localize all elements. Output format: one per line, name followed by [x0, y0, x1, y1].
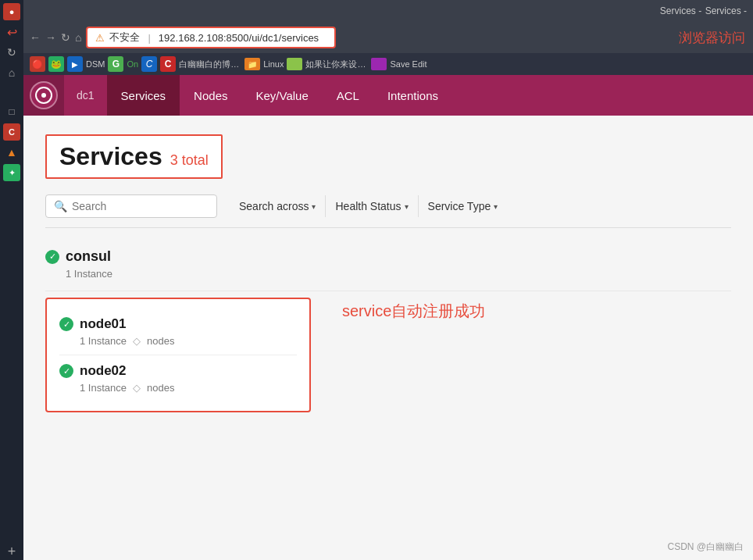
node-group-box: ✓ node01 1 Instance ◇ nodes ✓	[45, 298, 311, 412]
service-item-node02: ✓ node02 1 Instance ◇ nodes	[59, 355, 297, 401]
bookmark-network[interactable]	[287, 58, 302, 70]
url-text: 192.168.2.108:8500/ui/dc1/services	[159, 32, 319, 44]
forward-button[interactable]: →	[45, 31, 56, 44]
filter-search-across-label: Search across	[239, 200, 309, 212]
service-item-consul: ✓ consul 1 Instance	[45, 237, 731, 291]
bookmark-linux[interactable]: Linux	[263, 59, 284, 69]
back-button[interactable]: ←	[30, 31, 41, 44]
consul-logo-inner	[30, 81, 58, 109]
node02-tag-label: nodes	[147, 382, 174, 394]
bookmark-save[interactable]	[371, 58, 387, 70]
window-title-bar: Services - Services -	[23, 0, 753, 22]
bookmark-on[interactable]: On	[127, 59, 138, 69]
node01-tag-label: nodes	[147, 335, 174, 347]
chevron-down-icon-2: ▾	[405, 202, 409, 211]
sidebar-icon-4: ⌂	[3, 64, 20, 81]
sidebar-icon-5: □	[3, 103, 20, 120]
sidebar-icon-2: ↩	[3, 23, 20, 41]
nav-keyvalue[interactable]: Key/Value	[241, 75, 322, 116]
bookmark-save-text[interactable]: Save Edit	[390, 59, 426, 69]
bookmark-icon-6[interactable]: C	[160, 56, 176, 72]
node02-health-icon: ✓	[59, 364, 73, 378]
node01-service-name[interactable]: node01	[80, 316, 127, 332]
node01-name-row: ✓ node01	[59, 316, 297, 332]
search-box[interactable]: 🔍	[45, 194, 217, 218]
search-icon: 🔍	[54, 200, 67, 212]
address-bar[interactable]: ⚠ 不安全 | 192.168.2.108:8500/ui/dc1/servic…	[86, 27, 336, 48]
node01-health-icon: ✓	[59, 317, 73, 331]
browser-chrome: ← → ↻ ⌂ ⚠ 不安全 | 192.168.2.108:8500/ui/dc…	[23, 22, 753, 53]
dc-label: dc1	[64, 89, 107, 102]
node02-name-row: ✓ node02	[59, 363, 297, 379]
page-content: Services 3 total 🔍 Search across ▾ Healt…	[23, 116, 753, 560]
service-annotation: service自动注册成功	[342, 301, 485, 322]
nav-intentions[interactable]: Intentions	[373, 75, 452, 116]
node02-tag-icon: ◇	[133, 382, 141, 394]
browser-annotation: 浏览器访问	[679, 29, 745, 47]
page-title: Services	[59, 142, 162, 171]
bookmark-icon-5[interactable]: C	[141, 56, 157, 72]
sidebar: ● ↩ ↻ ⌂ □ C ▲ ✦ +	[0, 0, 23, 560]
sidebar-icon-8[interactable]: ✦	[3, 164, 20, 181]
node01-tag-icon: ◇	[133, 335, 141, 347]
nav-nodes[interactable]: Nodes	[180, 75, 241, 116]
search-input[interactable]	[72, 200, 209, 212]
service-list: ✓ consul 1 Instance ✓ node01 1 Instanc	[45, 237, 731, 412]
bookmark-icon-4[interactable]: G	[108, 56, 123, 72]
bookmark-dsm[interactable]: DSM	[86, 59, 105, 69]
address-separator: |	[148, 32, 150, 44]
nav-services[interactable]: Services	[107, 75, 180, 116]
browser-controls: ← → ↻ ⌂	[30, 31, 81, 44]
consul-logo[interactable]	[23, 75, 64, 116]
insecure-label: 不安全	[109, 30, 140, 45]
page-header: Services 3 total	[45, 134, 223, 179]
main-nav: Services Nodes Key/Value ACL Intentions	[107, 75, 452, 116]
address-bar-wrapper: ⚠ 不安全 | 192.168.2.108:8500/ui/dc1/servic…	[86, 27, 336, 48]
consul-name-row: ✓ consul	[45, 248, 731, 265]
sidebar-icon-7: ▲	[3, 144, 20, 161]
filter-service-type[interactable]: Service Type ▾	[419, 195, 508, 217]
sidebar-icon-plus[interactable]: +	[3, 543, 20, 560]
bookmark-network-text[interactable]: 如果让你来设计网络	[305, 59, 368, 70]
sidebar-icon-3: ↻	[3, 44, 20, 61]
window-title: Services -	[660, 5, 701, 16]
watermark: CSDN @白幽幽白	[667, 540, 744, 554]
browser-window: Services - Services - ← → ↻ ⌂ ⚠ 不安全 | 19…	[23, 0, 753, 560]
bookmark-folder[interactable]: 📁	[244, 58, 260, 70]
node02-service-name[interactable]: node02	[80, 363, 127, 379]
bookmark-icon-1[interactable]: 🔴	[30, 56, 45, 72]
node02-instance-count: 1 Instance	[80, 382, 127, 394]
warning-icon: ⚠	[95, 32, 105, 44]
node-services-area: ✓ node01 1 Instance ◇ nodes ✓	[45, 291, 731, 412]
window-title-suffix: Services -	[705, 5, 747, 16]
service-item-node01: ✓ node01 1 Instance ◇ nodes	[59, 309, 297, 355]
consul-service-name[interactable]: consul	[66, 248, 111, 265]
consul-instance-count: 1 Instance	[66, 268, 731, 280]
consul-health-icon: ✓	[45, 250, 59, 264]
node02-meta: 1 Instance ◇ nodes	[80, 382, 297, 394]
filter-health-status-label: Health Status	[335, 200, 401, 212]
home-button[interactable]: ⌂	[75, 31, 81, 44]
node01-instance-count: 1 Instance	[80, 335, 127, 347]
bookmark-icon-3[interactable]: ▶	[67, 56, 83, 72]
page-total: 3 total	[170, 152, 209, 169]
node01-meta: 1 Instance ◇ nodes	[80, 335, 297, 347]
bookmarks-bar: 🔴 🐸 ▶ DSM G On C C 白幽幽白的博客_CS... 📁 Linux…	[23, 53, 753, 75]
chevron-down-icon-1: ▾	[312, 202, 316, 211]
sidebar-icon-1[interactable]: ●	[3, 3, 20, 20]
refresh-button[interactable]: ↻	[61, 31, 70, 44]
filter-service-type-label: Service Type	[428, 200, 491, 212]
nav-acl[interactable]: ACL	[323, 75, 373, 116]
filter-bar: 🔍 Search across ▾ Health Status ▾ Servic…	[45, 194, 731, 228]
bookmark-icon-2[interactable]: 🐸	[48, 56, 64, 72]
sidebar-icon-6[interactable]: C	[3, 123, 20, 141]
chevron-down-icon-3: ▾	[494, 202, 498, 211]
consul-logo-dot	[41, 93, 46, 98]
filter-search-across[interactable]: Search across ▾	[230, 195, 326, 217]
bookmark-blog[interactable]: 白幽幽白的博客_CS...	[179, 59, 241, 70]
filter-health-status[interactable]: Health Status ▾	[326, 195, 418, 217]
consul-navbar: dc1 Services Nodes Key/Value ACL Intenti…	[23, 75, 753, 116]
